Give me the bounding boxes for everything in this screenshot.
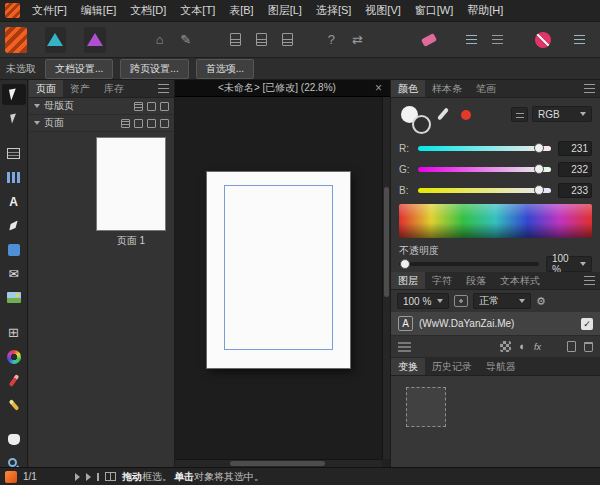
- color-wheel-icon[interactable]: [2, 346, 26, 367]
- tab-assets[interactable]: 资产: [63, 80, 97, 97]
- master-option-icon[interactable]: [147, 102, 156, 111]
- menu-edit[interactable]: 编辑[E]: [74, 0, 123, 21]
- page-option-icon[interactable]: [160, 119, 169, 128]
- opacity-slider[interactable]: [399, 262, 539, 266]
- menu-select[interactable]: 选择[S]: [309, 0, 358, 21]
- canvas-area[interactable]: <未命名> [已修改] (22.8%) ×: [175, 80, 390, 467]
- disclosure-icon[interactable]: [34, 104, 40, 108]
- vector-brush-tool-icon[interactable]: [2, 370, 26, 391]
- swap-icon[interactable]: ⇄: [347, 28, 367, 52]
- tab-navigator[interactable]: 导航器: [479, 358, 523, 375]
- layer-stack-icon[interactable]: [398, 342, 411, 352]
- frame-text-tool-icon[interactable]: [2, 143, 26, 164]
- stroke-color-circle[interactable]: [412, 115, 431, 134]
- layer-opacity-dropdown[interactable]: 100 %: [397, 293, 449, 309]
- tab-color[interactable]: 颜色: [391, 80, 425, 97]
- recent-color-swatch[interactable]: [461, 110, 471, 120]
- red-channel-slider[interactable]: [418, 146, 551, 151]
- tab-swatches[interactable]: 样本条: [425, 80, 469, 97]
- panel-list-icon[interactable]: [569, 28, 589, 52]
- slider-knob[interactable]: [534, 185, 544, 195]
- envelope-tool-icon[interactable]: ✉: [2, 263, 26, 284]
- menu-text[interactable]: 文本[T]: [173, 0, 222, 21]
- list-gray-icon[interactable]: [487, 28, 507, 52]
- close-document-icon[interactable]: ×: [373, 81, 384, 95]
- edit-all-layers-icon[interactable]: [454, 295, 468, 307]
- tab-paragraph[interactable]: 段落: [459, 272, 493, 289]
- tab-layers[interactable]: 图层: [391, 272, 425, 289]
- menu-window[interactable]: 窗口[W]: [408, 0, 461, 21]
- pen-tool-icon[interactable]: [2, 215, 26, 236]
- page-option-icon[interactable]: [134, 119, 143, 128]
- publisher-persona-icon[interactable]: [5, 27, 27, 53]
- eyedropper-icon[interactable]: [437, 107, 449, 120]
- tab-transform[interactable]: 变换: [391, 358, 425, 375]
- layer-visibility-checkbox[interactable]: ✓: [581, 318, 593, 330]
- vertical-scrollbar[interactable]: [382, 97, 390, 459]
- text-tool-icon[interactable]: A: [2, 191, 26, 212]
- status-orange-icon[interactable]: [5, 471, 17, 483]
- horizontal-scrollbar[interactable]: [175, 459, 382, 467]
- eraser-icon[interactable]: [419, 28, 439, 52]
- blue-channel-slider[interactable]: [418, 188, 551, 193]
- slider-knob[interactable]: [400, 259, 410, 269]
- slider-knob[interactable]: [534, 143, 544, 153]
- page-option-icon[interactable]: [147, 119, 156, 128]
- vertical-scroll-thumb[interactable]: [384, 187, 389, 297]
- gear-icon[interactable]: ⚙: [536, 296, 546, 307]
- pages-section[interactable]: 页面: [29, 115, 174, 132]
- home-icon[interactable]: ⌂: [150, 28, 170, 52]
- tab-character[interactable]: 字符: [425, 272, 459, 289]
- delete-page-icon[interactable]: [278, 28, 298, 52]
- menu-layer[interactable]: 图层[L]: [261, 0, 309, 21]
- menu-help[interactable]: 帮助[H]: [460, 0, 510, 21]
- page-1-thumbnail[interactable]: [96, 137, 166, 231]
- red-channel-value[interactable]: 231: [558, 141, 592, 156]
- list-teal-icon[interactable]: [461, 28, 481, 52]
- picture-frame-tool-icon[interactable]: [2, 287, 26, 308]
- menu-document[interactable]: 文档[D]: [123, 0, 173, 21]
- spectrum-picker[interactable]: [399, 204, 592, 238]
- menu-file[interactable]: 文件[F]: [25, 0, 74, 21]
- slider-knob[interactable]: [534, 164, 544, 174]
- menu-view[interactable]: 视图[V]: [358, 0, 407, 21]
- duplicate-page-icon[interactable]: [252, 28, 272, 52]
- help-cursor-icon[interactable]: ?: [321, 28, 341, 52]
- adjustment-layer-icon[interactable]: ◐: [519, 341, 526, 352]
- preferences-button[interactable]: 首选项...: [196, 59, 254, 79]
- color-options-icon[interactable]: [511, 107, 528, 122]
- designer-persona-icon[interactable]: [45, 27, 67, 53]
- tab-stock[interactable]: 库存: [97, 80, 131, 97]
- master-option-icon[interactable]: [134, 102, 143, 111]
- node-tool-icon[interactable]: [2, 108, 26, 129]
- blue-channel-value[interactable]: 233: [558, 183, 592, 198]
- shape-tool-icon[interactable]: [2, 239, 26, 260]
- color-mode-dropdown[interactable]: RGB: [532, 106, 592, 122]
- photo-persona-icon[interactable]: [84, 27, 106, 53]
- layer-effects-icon[interactable]: fx: [534, 342, 541, 352]
- page-option-icon[interactable]: [121, 119, 130, 128]
- red-circle-icon[interactable]: [533, 28, 553, 52]
- mask-layer-icon[interactable]: [500, 341, 511, 352]
- move-tool-icon[interactable]: [2, 84, 26, 105]
- document-setup-button[interactable]: 文档设置...: [45, 59, 113, 79]
- opacity-value-dropdown[interactable]: 100 %: [546, 256, 592, 272]
- panel-menu-icon[interactable]: [579, 80, 600, 97]
- master-option-icon[interactable]: [160, 102, 169, 111]
- tab-history[interactable]: 历史记录: [425, 358, 479, 375]
- horizontal-scroll-thumb[interactable]: [230, 461, 325, 466]
- crop-tool-icon[interactable]: ⊞: [2, 322, 26, 343]
- view-hand-tool-icon[interactable]: [2, 429, 26, 450]
- column-guides-tool-icon[interactable]: [2, 167, 26, 188]
- layer-row[interactable]: A (WwW.DaYanZai.Me) ✓: [391, 312, 600, 336]
- delete-layer-icon[interactable]: [584, 342, 593, 352]
- master-pages-section[interactable]: 母版页: [29, 98, 174, 115]
- spread-setup-button[interactable]: 跨页设置...: [120, 59, 188, 79]
- document-page[interactable]: [207, 172, 350, 368]
- color-picker-tool-icon[interactable]: [2, 394, 26, 415]
- tab-text-styles[interactable]: 文本样式: [493, 272, 547, 289]
- menu-table[interactable]: 表[B]: [222, 0, 260, 21]
- disclosure-icon[interactable]: [34, 121, 40, 125]
- spread-view-icon[interactable]: [105, 472, 116, 481]
- document-tab-title[interactable]: <未命名> [已修改] (22.8%): [181, 81, 373, 95]
